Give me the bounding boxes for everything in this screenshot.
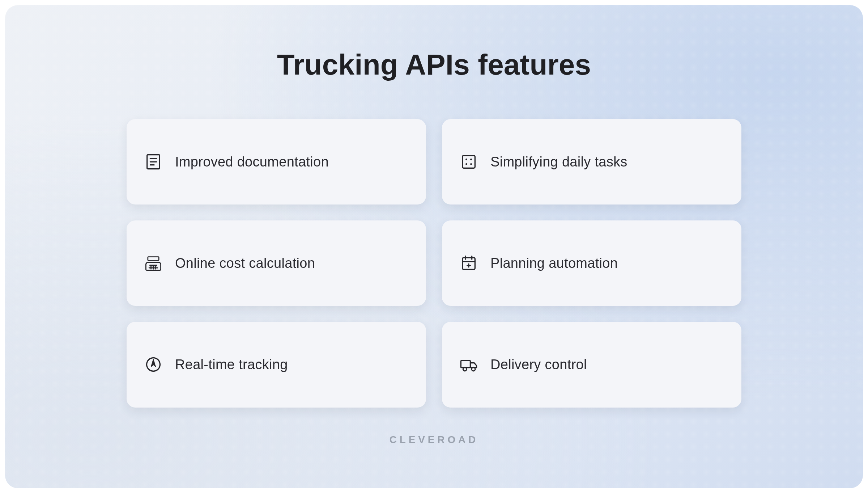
calendar-icon (459, 254, 478, 273)
feature-card-delivery: Delivery control (442, 322, 741, 407)
feature-label: Real-time tracking (175, 357, 288, 372)
document-icon (144, 152, 163, 171)
page-title: Trucking APIs features (277, 48, 591, 81)
brand-watermark: CLEVEROAD (390, 408, 478, 446)
feature-card-cost-calc: Online cost calculation (127, 220, 426, 306)
calculator-icon (144, 254, 163, 273)
svg-point-21 (463, 368, 467, 371)
feature-label: Improved documentation (175, 154, 329, 170)
svg-rect-10 (149, 265, 157, 266)
feature-card-planning: Planning automation (442, 220, 741, 306)
grid-dots-icon (459, 152, 478, 171)
feature-label: Online cost calculation (175, 256, 315, 271)
svg-point-5 (465, 159, 467, 160)
svg-rect-20 (461, 361, 470, 368)
svg-point-7 (465, 163, 467, 165)
feature-card-documentation: Improved documentation (127, 119, 426, 205)
svg-rect-9 (148, 257, 159, 261)
feature-grid: Improved documentation Simplifying daily… (127, 119, 741, 408)
truck-icon (459, 355, 478, 374)
svg-point-8 (470, 163, 472, 165)
svg-point-22 (472, 368, 475, 371)
feature-label: Planning automation (490, 256, 618, 271)
svg-point-6 (470, 159, 472, 160)
feature-infographic: Trucking APIs features Improved document… (5, 5, 863, 488)
feature-label: Delivery control (490, 357, 587, 372)
compass-icon (144, 355, 163, 374)
feature-label: Simplifying daily tasks (490, 154, 627, 170)
feature-card-tracking: Real-time tracking (127, 322, 426, 407)
feature-card-simplify: Simplifying daily tasks (442, 119, 741, 205)
svg-rect-4 (463, 156, 475, 168)
